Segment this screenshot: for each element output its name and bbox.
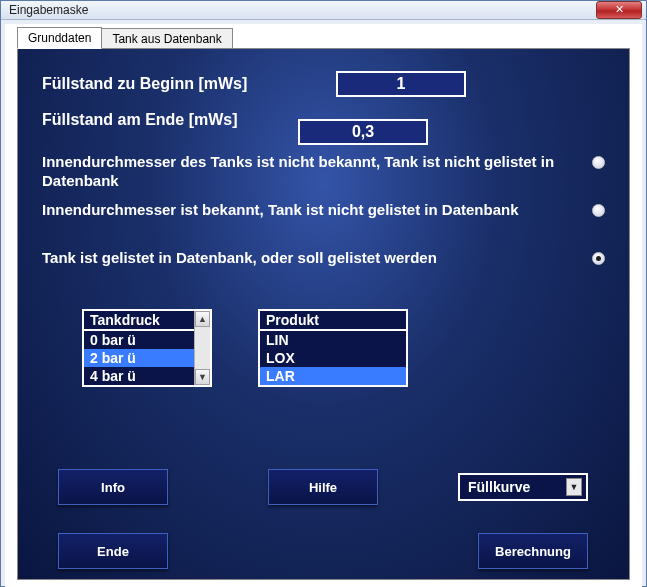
chevron-down-icon[interactable]: ▼	[566, 478, 582, 496]
tabstrip: Grunddaten Tank aus Datenbank	[5, 24, 642, 48]
radio-option-2[interactable]	[592, 204, 605, 217]
listbox-tankdruck[interactable]: Tankdruck 0 bar ü 2 bar ü 4 bar ü ▲ ▼	[82, 309, 212, 387]
berechnung-button[interactable]: Berechnung	[478, 533, 588, 569]
window-title: Eingabemaske	[9, 3, 88, 17]
scrollbar[interactable]: ▲ ▼	[194, 311, 210, 385]
input-fuellstand-end[interactable]	[298, 119, 428, 145]
listbox-produkt-item[interactable]: LIN	[260, 331, 406, 349]
listbox-produkt-header: Produkt	[260, 311, 406, 331]
radio-label-2: Innendurchmesser ist bekannt, Tank ist n…	[42, 201, 592, 220]
info-button[interactable]: Info	[58, 469, 168, 505]
client-area: Grunddaten Tank aus Datenbank Füllstand …	[5, 24, 642, 587]
tab-grunddaten[interactable]: Grunddaten	[17, 27, 102, 49]
radio-label-1: Innendurchmesser des Tanks ist nicht bek…	[42, 153, 592, 191]
label-fuellstand-end: Füllstand am Ende [mWs]	[42, 111, 238, 129]
scroll-down-icon[interactable]: ▼	[195, 369, 210, 385]
listbox-produkt-item[interactable]: LAR	[260, 367, 406, 385]
radio-option-3[interactable]	[592, 252, 605, 265]
label-fuellstand-begin: Füllstand zu Beginn [mWs]	[42, 75, 247, 93]
listbox-tankdruck-item[interactable]: 4 bar ü	[84, 367, 210, 385]
combo-fuellkurve[interactable]: Füllkurve ▼	[458, 473, 588, 501]
listbox-tankdruck-item[interactable]: 0 bar ü	[84, 331, 210, 349]
scroll-up-icon[interactable]: ▲	[195, 311, 210, 327]
combo-label: Füllkurve	[468, 479, 530, 495]
radio-label-3: Tank ist gelistet in Datenbank, oder sol…	[42, 249, 592, 268]
close-button[interactable]: ✕	[596, 1, 642, 19]
input-fuellstand-begin[interactable]	[336, 71, 466, 97]
listbox-tankdruck-item[interactable]: 2 bar ü	[84, 349, 210, 367]
hilfe-button[interactable]: Hilfe	[268, 469, 378, 505]
window: Eingabemaske ✕ Grunddaten Tank aus Daten…	[0, 0, 647, 587]
listbox-produkt-item[interactable]: LOX	[260, 349, 406, 367]
ende-button[interactable]: Ende	[58, 533, 168, 569]
listbox-produkt[interactable]: Produkt LIN LOX LAR	[258, 309, 408, 387]
tabpage-grunddaten: Füllstand zu Beginn [mWs] Füllstand am E…	[17, 48, 630, 580]
listbox-tankdruck-header: Tankdruck	[84, 311, 210, 331]
tab-tank-aus-datenbank[interactable]: Tank aus Datenbank	[102, 28, 232, 49]
radio-option-1[interactable]	[592, 156, 605, 169]
titlebar: Eingabemaske ✕	[1, 1, 646, 20]
